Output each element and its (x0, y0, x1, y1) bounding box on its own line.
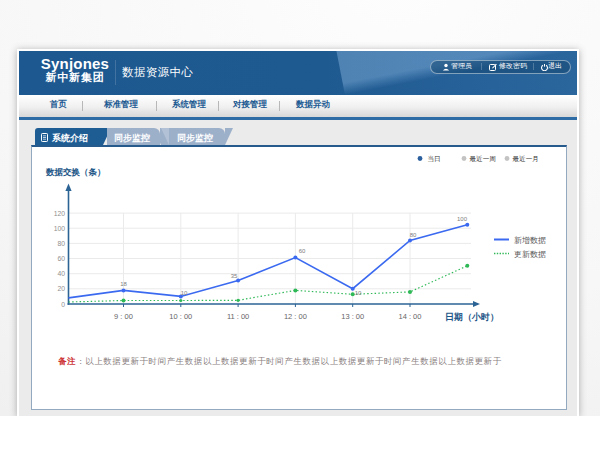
svg-text:备注：以上数据更新于时间产生数据以上数据更新于时间产生数据以: 备注：以上数据更新于时间产生数据以上数据更新于时间产生数据以上数据更新于时间产生… (58, 356, 502, 366)
svg-text:10: 10 (355, 290, 362, 296)
svg-text:最近一月: 最近一月 (513, 155, 539, 163)
svg-text:20: 20 (57, 285, 65, 292)
svg-text:35: 35 (231, 273, 238, 279)
svg-text:12 : 00: 12 : 00 (284, 312, 307, 321)
svg-text:日期（小时）: 日期（小时） (445, 312, 499, 322)
svg-text:100: 100 (54, 225, 66, 232)
svg-text:更新数据: 更新数据 (514, 250, 546, 259)
svg-text:13 : 00: 13 : 00 (341, 312, 364, 321)
svg-text:60: 60 (57, 255, 65, 262)
svg-text:14 : 00: 14 : 00 (399, 312, 422, 321)
svg-text:10: 10 (181, 290, 188, 296)
svg-text:当日: 当日 (428, 155, 441, 163)
svg-text:60: 60 (299, 248, 306, 254)
svg-text:100: 100 (457, 216, 468, 222)
svg-text:9 : 00: 9 : 00 (114, 312, 133, 321)
svg-text:18: 18 (120, 281, 127, 287)
svg-text:最近一周: 最近一周 (470, 155, 496, 162)
svg-text:11 : 00: 11 : 00 (227, 312, 249, 321)
svg-text:120: 120 (54, 210, 66, 217)
svg-text:新增数据: 新增数据 (514, 236, 546, 245)
svg-text:10 : 00: 10 : 00 (169, 312, 192, 321)
svg-text:0: 0 (61, 301, 65, 308)
svg-text:40: 40 (57, 270, 65, 277)
svg-text:80: 80 (57, 240, 65, 247)
svg-text:80: 80 (410, 232, 417, 238)
svg-text:数据交换（条）: 数据交换（条） (45, 167, 106, 177)
